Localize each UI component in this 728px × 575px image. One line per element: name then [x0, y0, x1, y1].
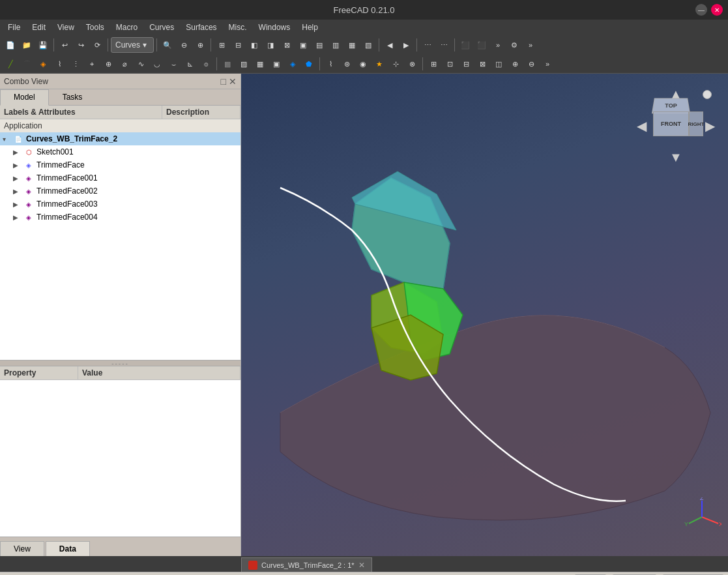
analysis-tool-3[interactable]: ◉ — [355, 56, 371, 72]
curve-tool-1[interactable]: ╱ — [3, 56, 18, 72]
curve-tool-10[interactable]: ◡ — [149, 56, 165, 72]
view9-button[interactable]: ▦ — [344, 37, 360, 53]
curve-tool-5[interactable]: ⋮ — [68, 56, 83, 72]
close-panel-button[interactable]: ✕ — [229, 76, 237, 87]
view2-button[interactable]: ⊟ — [230, 37, 246, 53]
menu-tools[interactable]: Tools — [81, 22, 109, 33]
curve-tool-9[interactable]: ∿ — [133, 56, 149, 72]
nav-arrow-left[interactable]: ◀ — [637, 118, 647, 134]
view10-button[interactable]: ▧ — [360, 37, 376, 53]
view6-button[interactable]: ▣ — [295, 37, 311, 53]
tree-item-root[interactable]: ▾ 📄 Curves_WB_TrimFace_2 — [0, 132, 240, 145]
select-button[interactable]: ⊕ — [192, 37, 208, 53]
zoom-fit-button[interactable]: 🔍 — [160, 37, 175, 53]
menu-curves[interactable]: Curves — [144, 22, 179, 33]
surface-tool-5[interactable]: ◈ — [285, 56, 300, 72]
open-file-button[interactable]: 📁 — [19, 37, 35, 53]
analysis-tool-4[interactable]: ★ — [371, 56, 387, 72]
settings-btn[interactable]: ⚙ — [506, 37, 522, 53]
new-file-button[interactable]: 📄 — [3, 37, 18, 53]
viewport[interactable]: ▲ ▼ ◀ ▶ TOP FRONT RIGHT X Y Z — [241, 74, 728, 556]
misc-tool-1[interactable]: ⊞ — [426, 56, 441, 72]
curve-tool-12[interactable]: ⊾ — [182, 56, 197, 72]
misc-tool-3[interactable]: ⊟ — [458, 56, 474, 72]
tree-item-trimmedface004[interactable]: ▶ ◈ TrimmedFace004 — [0, 211, 240, 224]
curve-tool-13[interactable]: ⌾ — [198, 56, 214, 72]
zoom-out-button[interactable]: ⊖ — [176, 37, 192, 53]
snap-btn2[interactable]: ⬛ — [474, 37, 489, 53]
surface-tool-3[interactable]: ▦ — [252, 56, 268, 72]
analysis-tool-6[interactable]: ⊗ — [404, 56, 420, 72]
tree-toggle-trimmedface001[interactable]: ▶ — [13, 175, 23, 182]
tree-item-trimmedface003[interactable]: ▶ ◈ TrimmedFace003 — [0, 198, 240, 211]
bottom-tab-data[interactable]: Data — [46, 541, 90, 556]
tree-toggle-trimmedface003[interactable]: ▶ — [13, 201, 23, 208]
surface-tool-1[interactable]: ▩ — [220, 56, 235, 72]
nav-cube-right[interactable]: RIGHT — [689, 111, 703, 136]
misc-tool-6[interactable]: ⊕ — [507, 56, 523, 72]
nav-left-button[interactable]: ◀ — [382, 37, 398, 53]
viewport-tab[interactable]: Curves_WB_TrimFace_2 : 1* ✕ — [241, 557, 372, 572]
nav-arrow-right[interactable]: ▶ — [705, 118, 715, 134]
nav-arrow-bottom[interactable]: ▼ — [669, 150, 682, 165]
bottom-tab-view[interactable]: View — [0, 541, 44, 556]
surface-tool-4[interactable]: ▣ — [269, 56, 284, 72]
extra-btn2[interactable]: ⋯ — [436, 37, 452, 53]
minimize-button[interactable]: — — [695, 4, 707, 16]
surface-tool-2[interactable]: ▨ — [236, 56, 252, 72]
vp-tab-close-button[interactable]: ✕ — [358, 561, 365, 570]
overflow-btn2[interactable]: » — [540, 56, 555, 72]
misc-tool-2[interactable]: ⊡ — [442, 56, 458, 72]
tree-toggle-trimmedface002[interactable]: ▶ — [13, 188, 23, 195]
view1-button[interactable]: ⊞ — [214, 37, 229, 53]
curve-tool-4[interactable]: ⌇ — [51, 56, 67, 72]
misc-tool-4[interactable]: ⊠ — [474, 56, 490, 72]
refresh-button[interactable]: ⟳ — [89, 37, 105, 53]
curve-tool-2[interactable]: ⌒ — [19, 56, 35, 72]
tree-item-trimmedface002[interactable]: ▶ ◈ TrimmedFace002 — [0, 184, 240, 198]
menu-help[interactable]: Help — [297, 22, 323, 33]
menu-macro[interactable]: Macro — [111, 22, 143, 33]
tree-item-trimmedface001[interactable]: ▶ ◈ TrimmedFace001 — [0, 171, 240, 184]
nav-right-button[interactable]: ▶ — [398, 37, 414, 53]
curve-tool-8[interactable]: ⌀ — [117, 56, 132, 72]
tree-toggle-trimmedface[interactable]: ▶ — [13, 162, 23, 169]
extra-btn1[interactable]: ⋯ — [420, 37, 435, 53]
snap-btn1[interactable]: ⬛ — [458, 37, 473, 53]
tree-toggle-root[interactable]: ▾ — [3, 136, 13, 143]
menu-misc[interactable]: Misc. — [224, 22, 252, 33]
redo-button[interactable]: ↪ — [73, 37, 89, 53]
undo-button[interactable]: ↩ — [57, 37, 72, 53]
view3-button[interactable]: ◧ — [246, 37, 262, 53]
menu-edit[interactable]: Edit — [27, 22, 51, 33]
nav-sphere[interactable] — [703, 90, 712, 99]
view8-button[interactable]: ▥ — [328, 37, 343, 53]
tab-model[interactable]: Model — [0, 89, 49, 106]
more-btn[interactable]: » — [490, 37, 506, 53]
tree-toggle-sketch001[interactable]: ▶ — [13, 149, 23, 156]
menu-windows[interactable]: Windows — [254, 22, 296, 33]
surface-tool-6[interactable]: ⬟ — [301, 56, 317, 72]
curve-tool-3[interactable]: ◈ — [35, 56, 51, 72]
tree-item-sketch001[interactable]: ▶ ⬡ Sketch001 — [0, 145, 240, 158]
analysis-tool-1[interactable]: ⌇ — [323, 56, 338, 72]
curve-tool-6[interactable]: ⌖ — [84, 56, 100, 72]
panel-splitter[interactable]: ----- — [0, 360, 240, 366]
save-button[interactable]: 💾 — [35, 37, 51, 53]
misc-tool-5[interactable]: ◫ — [491, 56, 506, 72]
tree-toggle-trimmedface004[interactable]: ▶ — [13, 214, 23, 221]
curve-tool-11[interactable]: ⌣ — [166, 56, 181, 72]
tab-tasks[interactable]: Tasks — [49, 89, 96, 105]
menu-view[interactable]: View — [52, 22, 80, 33]
view7-button[interactable]: ▤ — [312, 37, 327, 53]
workbench-dropdown[interactable]: Curves ▾ — [111, 37, 154, 53]
misc-tool-7[interactable]: ⊖ — [523, 56, 539, 72]
tree-item-trimmedface[interactable]: ▶ ◈ TrimmedFace — [0, 158, 240, 171]
analysis-tool-2[interactable]: ⊛ — [339, 56, 355, 72]
overflow-btn[interactable]: » — [523, 37, 538, 53]
analysis-tool-5[interactable]: ⊹ — [388, 56, 403, 72]
view4-button[interactable]: ◨ — [263, 37, 278, 53]
curve-tool-7[interactable]: ⊕ — [100, 56, 116, 72]
view5-button[interactable]: ⊠ — [279, 37, 295, 53]
expand-panel-button[interactable]: □ — [221, 76, 226, 87]
